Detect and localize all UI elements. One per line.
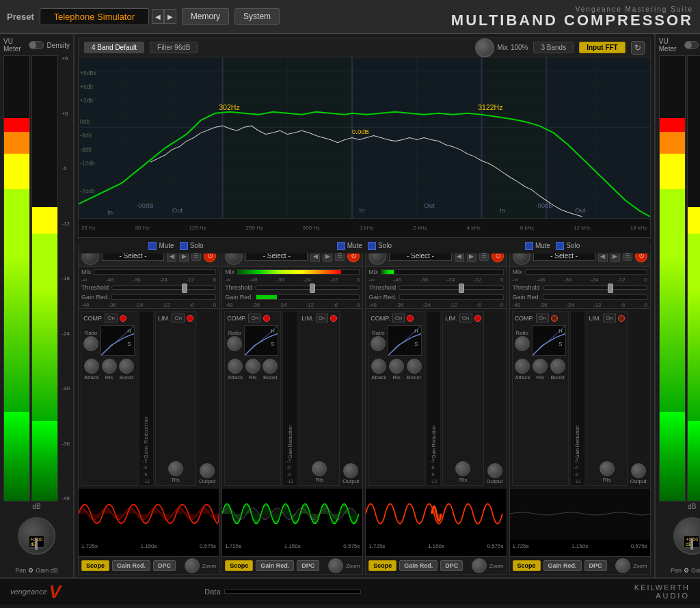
band2-rls-knob[interactable] — [245, 359, 260, 374]
band3-lim-on[interactable]: On — [459, 314, 472, 322]
right-vu-db: dB — [688, 503, 696, 510]
band3-rls2-knob[interactable] — [455, 461, 470, 476]
band1-time2: 1.150s — [141, 543, 157, 549]
band1-dpc-btn[interactable]: DPC — [153, 560, 176, 571]
band3-rls-knob[interactable] — [389, 359, 404, 374]
memory-button[interactable]: Memory — [182, 8, 229, 25]
right-vu-toggle[interactable] — [684, 41, 699, 49]
band4-threshold-slider[interactable] — [543, 286, 647, 290]
band1-threshold-slider[interactable] — [111, 286, 216, 290]
system-button[interactable]: System — [234, 8, 280, 25]
band2-mute-check[interactable]: Mute — [337, 242, 362, 250]
preset-next-arrow[interactable]: ▶ — [164, 9, 176, 24]
band1-rls2-knob[interactable] — [168, 461, 183, 476]
band1-boost-knob[interactable] — [119, 359, 134, 374]
right-gain-knob[interactable]: +0.00dB — [673, 517, 700, 555]
band2-lim-box: LIM. On Rls — [299, 311, 340, 486]
band2-boost-knob[interactable] — [262, 359, 278, 374]
eq-settings-btn[interactable]: ↻ — [631, 41, 645, 55]
band3-solo-check[interactable]: Solo — [556, 242, 580, 250]
band2-gainred-scale-v: -3-6-9-12 — [286, 458, 293, 484]
band1-time1: 1.725s — [81, 543, 98, 549]
band3-boost-knob[interactable] — [407, 359, 422, 374]
band2-solo-check[interactable]: Solo — [368, 242, 392, 250]
band2-lim-on[interactable]: On — [316, 314, 329, 322]
freq-8khz: 8 kHz — [520, 225, 534, 231]
freq-50hz: 50 Hz — [135, 225, 150, 231]
band1-rls-knob[interactable] — [102, 359, 117, 374]
band4-attack-knob[interactable] — [515, 359, 530, 374]
band1-scope-btn[interactable]: Scope — [81, 560, 109, 571]
band3-threshold-slider[interactable] — [399, 286, 503, 290]
band4-scope-btn[interactable]: Scope — [513, 560, 541, 571]
preset-prev-arrow[interactable]: ◀ — [152, 9, 164, 24]
band3-comp-header: COMP. On — [371, 314, 422, 322]
left-vu-toggle[interactable] — [29, 41, 44, 49]
band2-output-knob[interactable] — [343, 463, 358, 478]
band3-comp-on[interactable]: On — [392, 314, 405, 322]
band2-mix-row: Mix — [222, 267, 362, 277]
center-panel: 4 Band Default Filter 96dB Mix 100% 3 Ba… — [75, 34, 654, 577]
band1-gainred-btn[interactable]: Gain Red. — [112, 560, 150, 571]
left-pan-icon[interactable]: ⚙ — [28, 567, 33, 574]
band3-threshold-label: Threshold — [368, 284, 396, 291]
data-value — [224, 590, 361, 594]
band2-lim-active — [330, 315, 337, 322]
band2-attack-knob[interactable] — [228, 359, 243, 374]
input-fft-btn[interactable]: Input FFT — [579, 42, 625, 53]
band2-ratio-knob[interactable] — [227, 336, 242, 351]
band3-lim-box: LIM. On Rls — [442, 311, 483, 486]
band2-controls: Mute Solo — [337, 242, 392, 250]
band2-output-area: Output — [341, 311, 360, 486]
band1-comp-on[interactable]: On — [105, 314, 118, 322]
band3-zoom-knob[interactable] — [472, 558, 487, 573]
band4-lim-on[interactable]: On — [603, 314, 616, 322]
bands-3-btn[interactable]: 3 Bands — [533, 42, 574, 53]
band4-ratio-knob[interactable] — [515, 336, 530, 351]
band2-gainred-btn[interactable]: Gain Red. — [256, 560, 294, 571]
band4-rls-knob[interactable] — [533, 359, 548, 374]
preset-label: Preset — [7, 12, 34, 22]
mix-knob[interactable] — [475, 38, 494, 57]
band1-lim-header: LIM. On — [158, 314, 193, 322]
band4-boost-item: Boost — [550, 359, 565, 381]
band3-dpc-btn[interactable]: DPC — [440, 560, 463, 571]
band3-lim-header: LIM. On — [445, 314, 481, 322]
band1-zoom-knob[interactable] — [185, 558, 200, 573]
freq-2khz: 2 kHz — [413, 225, 427, 231]
band4-comp-active — [551, 315, 558, 322]
right-pan-icon[interactable]: ⚙ — [684, 567, 689, 574]
band2-dpc-btn[interactable]: DPC — [297, 560, 319, 571]
band2-scope-btn[interactable]: Scope — [225, 560, 253, 571]
band3-mute-check[interactable]: Mute — [525, 242, 550, 250]
band1-attack-knob[interactable] — [84, 359, 99, 374]
band4-mix-scale: -∞-48-36-24-120 — [510, 277, 650, 283]
band1-ratio-knob[interactable] — [83, 336, 98, 351]
band3-output-knob[interactable] — [487, 463, 502, 478]
band4-zoom-knob[interactable] — [615, 558, 630, 573]
band2-threshold-slider[interactable] — [255, 286, 360, 290]
band2-rls2-knob[interactable] — [312, 461, 327, 476]
data-field: Data — [204, 588, 360, 596]
band4-output-knob[interactable] — [631, 463, 646, 478]
band4-rls2-knob[interactable] — [600, 461, 615, 476]
band3-ratio-knob[interactable] — [371, 336, 386, 351]
band2-comp-on[interactable]: On — [248, 314, 261, 322]
band3-gainred-btn[interactable]: Gain Red. — [399, 560, 438, 571]
band1-lim-on[interactable]: On — [172, 314, 185, 322]
band1-output-knob[interactable] — [200, 463, 215, 478]
band4-dpc-btn[interactable]: DPC — [584, 560, 607, 571]
band2-waveform: 1.725s 1.150s 0.575s — [222, 488, 362, 556]
band3-attack-knob[interactable] — [371, 359, 386, 374]
left-gain-knob[interactable]: +0.00dB — [18, 517, 55, 555]
filter-btn[interactable]: Filter 96dB — [150, 42, 198, 53]
band1-solo-check[interactable]: Solo — [180, 242, 204, 250]
band4-gainred-btn[interactable]: Gain Red. — [543, 560, 582, 571]
band-default-btn[interactable]: 4 Band Default — [84, 42, 144, 53]
band4-boost-knob[interactable] — [550, 359, 565, 374]
band2-mix-meter — [237, 269, 360, 275]
band2-zoom-knob[interactable] — [328, 558, 343, 573]
band1-mute-check[interactable]: Mute — [148, 242, 174, 250]
band4-comp-on[interactable]: On — [536, 314, 549, 322]
band3-scope-btn[interactable]: Scope — [368, 560, 396, 571]
